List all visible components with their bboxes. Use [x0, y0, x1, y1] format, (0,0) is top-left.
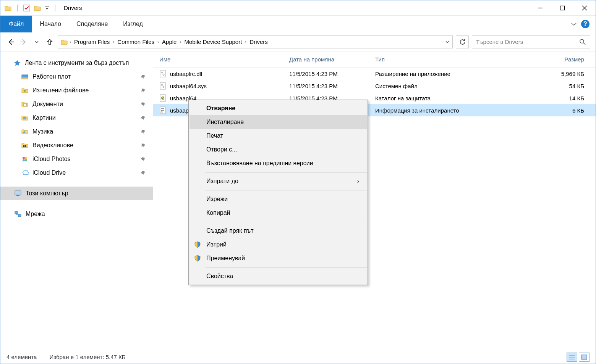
- svg-point-16: [23, 157, 25, 159]
- crumb-sep[interactable]: ›: [245, 39, 246, 45]
- file-size: 6 КБ: [474, 107, 596, 114]
- folder-icon: [21, 142, 29, 149]
- sidebar-item[interactable]: Документи: [0, 97, 153, 111]
- sidebar-label: Лента с инструменти за бърз достъп: [25, 60, 129, 66]
- network-icon: [14, 210, 22, 218]
- search-input[interactable]: [476, 39, 579, 45]
- sidebar-item[interactable]: Видеоклипове: [0, 139, 153, 152]
- file-name: usbaaplrc.dll: [170, 71, 202, 77]
- view-details-button[interactable]: [567, 353, 577, 362]
- address-dropdown-icon[interactable]: [445, 39, 450, 45]
- tab-view[interactable]: Изглед: [115, 16, 151, 32]
- breadcrumb[interactable]: Mobile Device Support: [183, 38, 243, 46]
- titlebar: Drivers: [0, 0, 596, 16]
- close-button[interactable]: [573, 1, 596, 15]
- file-row[interactable]: usbaapl64.sys11/5/2015 4:23 PMСистемен ф…: [153, 80, 596, 92]
- crumb-sep[interactable]: ›: [157, 39, 159, 45]
- tab-file[interactable]: Файл: [0, 16, 32, 32]
- view-thumbnails-button[interactable]: [579, 353, 590, 362]
- cm-install[interactable]: Инсталиране: [189, 115, 367, 129]
- file-icon: [159, 82, 167, 90]
- column-name[interactable]: Име: [153, 56, 283, 63]
- address-folder-icon: [60, 38, 68, 46]
- cm-restore[interactable]: Възстановяване на предишни версии: [189, 156, 367, 170]
- crumb-sep[interactable]: ›: [113, 39, 114, 45]
- svg-rect-21: [16, 195, 19, 196]
- folder-icon: [4, 4, 12, 12]
- search-icon[interactable]: [579, 39, 586, 45]
- nav-forward-button[interactable]: [19, 37, 29, 47]
- file-name: usbaapl64.sys: [170, 83, 207, 89]
- svg-rect-24: [160, 70, 165, 77]
- titlebar-separator: [17, 5, 18, 11]
- file-date: 11/5/2015 4:23 PM: [283, 83, 369, 89]
- cm-create-shortcut[interactable]: Създай пряк път: [189, 224, 367, 238]
- cm-print[interactable]: Печат: [189, 129, 367, 143]
- checkmark-icon[interactable]: [23, 4, 31, 12]
- svg-rect-20: [15, 191, 21, 195]
- sidebar-network[interactable]: Мрежа: [0, 207, 153, 221]
- sidebar-quick-access[interactable]: Лента с инструменти за бърз достъп: [0, 56, 153, 70]
- titlebar-separator-2: [55, 5, 55, 11]
- file-row[interactable]: usbaaplrc.dll11/5/2015 4:23 PMРазширение…: [153, 68, 596, 80]
- folder-qat-icon[interactable]: [34, 4, 41, 12]
- svg-rect-3: [560, 6, 565, 10]
- qat-dropdown-icon[interactable]: [44, 4, 50, 12]
- column-size[interactable]: Размер: [474, 56, 596, 63]
- tab-home[interactable]: Начало: [32, 16, 69, 32]
- status-count: 4 елемента: [6, 354, 37, 360]
- file-size: 14 КБ: [474, 95, 596, 101]
- file-size: 5,969 КБ: [474, 71, 596, 77]
- nav-back-button[interactable]: [6, 37, 16, 47]
- column-type[interactable]: Тип: [369, 56, 474, 63]
- file-icon: [159, 106, 167, 114]
- star-icon: [13, 59, 21, 67]
- breadcrumb[interactable]: Drivers: [248, 38, 269, 46]
- search-box[interactable]: [472, 35, 590, 48]
- crumb-sep[interactable]: ›: [180, 39, 181, 45]
- cm-delete[interactable]: Изтрий: [189, 238, 367, 251]
- sidebar-item-label: Картини: [32, 114, 56, 121]
- column-date[interactable]: Дата на промяна: [283, 56, 369, 63]
- cm-open-with[interactable]: Отвори с...: [189, 143, 367, 156]
- breadcrumb[interactable]: Common Files: [116, 38, 156, 46]
- svg-point-8: [580, 39, 584, 43]
- file-size: 54 КБ: [474, 83, 596, 89]
- maximize-button[interactable]: [551, 1, 573, 15]
- refresh-button[interactable]: [456, 35, 469, 48]
- sidebar-item[interactable]: iCloud Photos: [0, 152, 153, 166]
- svg-point-31: [161, 97, 164, 100]
- sidebar-item[interactable]: Изтеглени файлове: [0, 84, 153, 97]
- tab-share[interactable]: Споделяне: [69, 16, 115, 32]
- cm-send-to[interactable]: Изпрати до›: [189, 174, 367, 188]
- breadcrumb[interactable]: Program Files: [73, 38, 111, 46]
- file-icon: [159, 69, 167, 78]
- svg-rect-12: [24, 103, 26, 106]
- sidebar-item-label: Документи: [32, 101, 63, 108]
- minimize-button[interactable]: [529, 1, 551, 15]
- sidebar-item[interactable]: Работен плот: [0, 70, 153, 84]
- cm-rename[interactable]: Преименувай: [189, 251, 367, 265]
- ribbon-expand-icon[interactable]: [570, 22, 577, 26]
- sidebar-item[interactable]: Музика: [0, 125, 153, 139]
- sidebar-this-pc[interactable]: Този компютър: [0, 187, 153, 200]
- cm-open[interactable]: Отваряне: [189, 101, 367, 115]
- cm-cut[interactable]: Изрежи: [189, 192, 367, 206]
- sidebar-item-label: Видеоклипове: [32, 142, 73, 149]
- crumb-sep[interactable]: ›: [70, 39, 71, 45]
- svg-line-9: [583, 43, 585, 45]
- sidebar-item[interactable]: iCloud Drive: [0, 166, 153, 180]
- svg-rect-39: [581, 355, 587, 359]
- nav-up-button[interactable]: [45, 37, 55, 47]
- sidebar-item-label: iCloud Drive: [32, 169, 66, 176]
- sidebar-item[interactable]: Картини: [0, 111, 153, 125]
- cm-properties[interactable]: Свойства: [189, 269, 367, 283]
- help-icon[interactable]: ?: [581, 20, 590, 28]
- address-bar[interactable]: › Program Files › Common Files › Apple ›…: [58, 35, 453, 48]
- nav-history-dropdown[interactable]: [32, 37, 42, 47]
- file-type: Системен файл: [369, 83, 474, 89]
- svg-point-17: [25, 157, 27, 159]
- breadcrumb[interactable]: Apple: [160, 38, 178, 46]
- cm-copy[interactable]: Копирай: [189, 206, 367, 220]
- folder-icon: [21, 155, 29, 163]
